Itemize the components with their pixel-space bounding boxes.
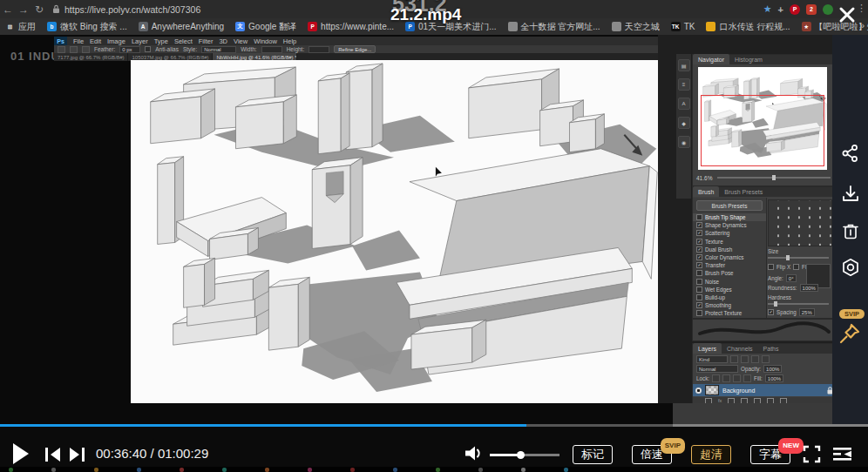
panel-tab[interactable]: Layers — [693, 343, 722, 354]
volume-icon[interactable] — [465, 446, 484, 461]
bookmarks-overflow-chevron[interactable]: » — [859, 20, 865, 30]
taskbar-app-icon[interactable] — [350, 468, 355, 472]
lock-transparent-icon[interactable] — [712, 374, 720, 382]
brush-option-checkbox[interactable] — [696, 270, 702, 276]
brush-option-row[interactable]: Shape Dynamics — [693, 221, 766, 229]
panel-tab[interactable]: Brush — [693, 186, 719, 197]
bookmark-item[interactable]: ★ 【吧啦吧啦】知识... — [802, 21, 868, 33]
ps-canvas[interactable] — [131, 60, 660, 403]
fullscreen-icon[interactable] — [804, 446, 820, 462]
roundness-field[interactable]: 100% — [800, 284, 818, 292]
ps-menu-item[interactable]: Filter — [199, 37, 214, 45]
forward-icon[interactable]: → — [16, 3, 31, 16]
brush-option-row[interactable]: Protect Texture — [693, 309, 766, 317]
brush-option-checkbox[interactable] — [696, 262, 702, 268]
angle-field[interactable]: 0° — [786, 274, 797, 282]
brush-option-row[interactable]: Dual Brush — [693, 246, 766, 253]
ps-menu-item[interactable]: Window — [254, 37, 277, 45]
ps-dock-icon[interactable]: A — [678, 98, 690, 110]
taskbar-app-icon[interactable] — [94, 468, 98, 472]
brush-presets-button[interactable]: Brush Presets — [696, 200, 763, 211]
brush-option-row[interactable]: Brush Pose — [693, 269, 766, 277]
spacing-field[interactable]: 25% — [799, 308, 815, 316]
delete-icon[interactable] — [841, 221, 860, 240]
hardness-slider[interactable] — [768, 303, 829, 305]
bookmark-item[interactable]: 口水传送 行程规... — [706, 21, 790, 33]
brush-option-checkbox[interactable] — [696, 222, 702, 228]
taskbar-app-icon[interactable] — [222, 468, 227, 472]
taskbar-app-icon[interactable] — [137, 468, 141, 472]
bookmark-item[interactable]: 全十数据 官方网址... — [508, 21, 600, 33]
layer-filter-kind-dropdown[interactable]: Kind — [696, 355, 728, 363]
marquee-new-icon[interactable] — [58, 46, 65, 53]
opacity-field[interactable]: 100% — [763, 365, 782, 373]
ps-menu-item[interactable]: Select — [174, 37, 193, 45]
pinterest-extension-icon[interactable]: P — [790, 4, 800, 15]
brush-option-checkbox[interactable] — [696, 254, 702, 260]
taskbar-app-icon[interactable] — [478, 468, 483, 472]
brush-option-checkbox[interactable] — [696, 279, 702, 285]
brush-option-row[interactable]: Transfer — [693, 261, 766, 269]
taskbar-app-icon[interactable] — [51, 468, 56, 472]
player-option-button[interactable]: 字幕 NEW — [750, 445, 790, 464]
height-field[interactable] — [309, 46, 329, 53]
fill-field[interactable]: 100% — [765, 374, 783, 382]
panel-tab[interactable]: Histogram — [729, 54, 768, 64]
spacing-checkbox[interactable] — [768, 309, 774, 315]
brush-option-checkbox[interactable] — [696, 294, 702, 300]
taskbar-app-icon[interactable] — [564, 468, 568, 472]
brush-option-row[interactable]: Build-up — [693, 293, 766, 301]
taskbar-app-icon[interactable] — [180, 468, 184, 472]
style-dropdown[interactable]: Normal — [201, 46, 236, 53]
panel-tab[interactable]: Brush Presets — [719, 186, 768, 197]
ps-menu-item[interactable]: Image — [107, 37, 125, 45]
marquee-add-icon[interactable] — [70, 46, 78, 53]
brush-option-checkbox[interactable] — [696, 302, 702, 308]
taskbar-app-icon[interactable] — [521, 468, 526, 472]
brush-option-row[interactable]: Brush Tip Shape — [693, 213, 766, 221]
taskbar-app-icon[interactable] — [393, 468, 397, 472]
record-icon[interactable] — [841, 258, 860, 277]
close-icon[interactable] — [837, 4, 858, 25]
antialias-checkbox[interactable] — [145, 46, 151, 52]
ps-dock-icon[interactable]: ◉ — [678, 136, 690, 148]
lock-pixels-icon[interactable] — [722, 374, 730, 382]
panel-tab[interactable]: Navigator — [693, 54, 729, 64]
svip-pin-icon[interactable] — [838, 322, 861, 345]
taskbar-app-icon[interactable] — [436, 468, 440, 472]
browser-menu-icon[interactable]: ⋮ — [857, 3, 866, 14]
layer-thumbnail[interactable] — [705, 385, 719, 395]
back-icon[interactable]: ← — [0, 3, 16, 16]
volume-knob[interactable] — [517, 451, 525, 459]
navigator-viewbox[interactable] — [701, 95, 824, 166]
ps-menu-item[interactable]: View — [234, 37, 248, 45]
share-icon[interactable] — [841, 144, 860, 163]
extension-crosshair-icon[interactable]: + — [778, 4, 783, 15]
flip-y-checkbox[interactable] — [793, 264, 799, 270]
previous-icon[interactable] — [45, 448, 62, 462]
panel-tab[interactable]: Channels — [722, 343, 758, 354]
ps-document-tab[interactable]: 7177.jpg @ 66.7% (RGB/8#) — [54, 53, 128, 61]
ps-dock-icon[interactable]: ▤ — [678, 59, 690, 71]
brush-option-checkbox[interactable] — [696, 214, 702, 220]
extension-badge-icon[interactable]: 2 — [806, 4, 817, 15]
filter-shape-icon[interactable] — [762, 355, 770, 363]
marquee-subtract-icon[interactable] — [82, 46, 90, 53]
taskbar-app-icon[interactable] — [265, 468, 269, 472]
navigator-zoom-value[interactable]: 41.6% — [696, 175, 712, 181]
filter-pixel-icon[interactable] — [730, 355, 738, 363]
brush-option-checkbox[interactable] — [696, 246, 702, 253]
filter-type-icon[interactable] — [751, 355, 759, 363]
taskbar-app-icon[interactable] — [308, 468, 312, 472]
ps-dock-icon[interactable]: ≡ — [678, 78, 690, 91]
width-field[interactable] — [261, 46, 282, 53]
brush-option-row[interactable]: Smoothing — [693, 301, 766, 309]
filter-adjustment-icon[interactable] — [741, 355, 749, 363]
ps-menu-item[interactable]: Layer — [132, 37, 148, 45]
brush-option-row[interactable]: Texture — [693, 238, 766, 246]
brush-option-row[interactable]: Color Dynamics — [693, 253, 766, 261]
reload-icon[interactable]: ↻ — [31, 3, 47, 16]
bookmark-item[interactable]: 文 Google 翻译 — [235, 21, 296, 33]
bookmark-item[interactable]: P https://www.pinte... — [308, 22, 394, 31]
brush-option-checkbox[interactable] — [696, 287, 702, 293]
